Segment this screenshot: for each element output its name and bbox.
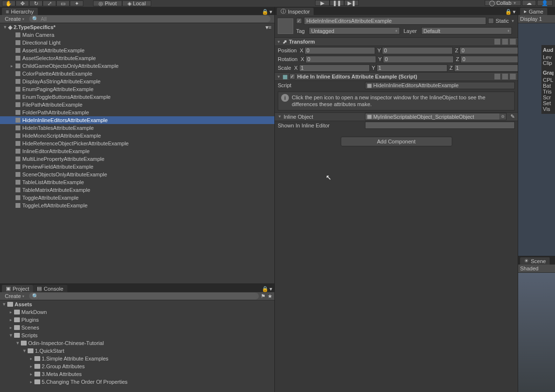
scene-header[interactable]: ▼ ◈ 2.TypeSpecifics* ▾≡: [0, 23, 274, 31]
scale-y[interactable]: [377, 64, 447, 72]
hierarchy-item[interactable]: MultiLinePropertyAttributeExample: [0, 155, 274, 163]
hierarchy-item[interactable]: HideMonoScriptAttributeExample: [0, 132, 274, 140]
hierarchy-search[interactable]: 🔍All: [29, 16, 270, 22]
foldout-icon[interactable]: ▼: [277, 40, 281, 44]
foldout-icon[interactable]: ▸: [9, 310, 13, 314]
foldout-icon[interactable]: ▸: [29, 356, 33, 361]
gear-icon[interactable]: [510, 39, 516, 45]
static-dropdown-icon[interactable]: ▼: [511, 19, 515, 23]
lock-icon[interactable]: 🔒: [505, 9, 512, 15]
filter-icon[interactable]: ⚑: [261, 293, 266, 299]
pause-button[interactable]: ❚❚: [330, 0, 344, 6]
panel-menu-icon[interactable]: ▾: [270, 9, 272, 15]
hierarchy-item[interactable]: EnumPagingAttributeExample: [0, 85, 274, 93]
foldout-icon[interactable]: ▼: [16, 341, 19, 345]
console-tab[interactable]: ▤Console: [33, 285, 67, 292]
help-icon[interactable]: [494, 74, 500, 79]
tag-dropdown[interactable]: Untagged♦: [309, 27, 400, 34]
project-search[interactable]: 🔍: [29, 293, 259, 299]
shown-in-inline-field[interactable]: [365, 122, 515, 129]
rotation-y[interactable]: [383, 56, 454, 63]
rotation-x[interactable]: [305, 56, 376, 63]
rotate-tool[interactable]: ↻: [29, 0, 43, 6]
hierarchy-item[interactable]: AssetListAttributeExample: [0, 47, 274, 54]
scene-tab[interactable]: ☀Scene: [520, 257, 550, 265]
script-component-header[interactable]: ▼ ▦ ✓ Hide In Inline Editors Attribute E…: [275, 72, 518, 81]
rotation-z[interactable]: [460, 56, 518, 63]
project-create-button[interactable]: Create▾: [2, 293, 27, 299]
object-picker-icon[interactable]: ⊙: [499, 113, 506, 120]
hierarchy-item[interactable]: ToggleAttributeExample: [0, 194, 274, 202]
foldout-icon[interactable]: ▸: [29, 372, 33, 376]
lock-icon[interactable]: 🔒: [262, 9, 269, 15]
hierarchy-item[interactable]: EnumToggleButtonsAttributeExample: [0, 93, 274, 101]
pen-icon[interactable]: ✎: [510, 113, 515, 120]
move-tool[interactable]: ✥: [16, 0, 29, 6]
game-tab[interactable]: ▸Game: [520, 8, 547, 15]
foldout-icon[interactable]: ▼: [22, 348, 26, 353]
scale-tool[interactable]: ⤢: [43, 0, 56, 6]
hierarchy-item[interactable]: Main Camera: [0, 31, 274, 39]
display-dropdown[interactable]: Display 1: [520, 16, 542, 22]
rect-tool[interactable]: ▭: [56, 0, 70, 6]
panel-menu-icon[interactable]: ▾: [270, 286, 272, 292]
favorite-icon[interactable]: ★: [268, 293, 272, 299]
hierarchy-item[interactable]: InlineEditorAttributeExample: [0, 147, 274, 155]
transform-tool[interactable]: ✦: [70, 0, 83, 6]
foldout-icon[interactable]: ▸: [29, 364, 33, 369]
project-folder[interactable]: ▸1.Simple Attribute Examples: [0, 355, 274, 362]
component-enabled-checkbox[interactable]: ✓: [289, 74, 295, 79]
hierarchy-create-button[interactable]: Create▾: [2, 16, 27, 22]
scene-menu-icon[interactable]: ▾≡: [266, 24, 271, 31]
hierarchy-tab[interactable]: ≡Hierarchy: [2, 8, 38, 15]
project-folder[interactable]: ▸MarkDown: [0, 308, 274, 316]
active-checkbox[interactable]: ✓: [296, 18, 302, 24]
hierarchy-item[interactable]: HideInTablesAttributeExample: [0, 124, 274, 132]
hierarchy-item[interactable]: AssetSelectorAttributeExample: [0, 54, 274, 62]
panel-menu-icon[interactable]: ▾: [513, 9, 516, 15]
foldout-icon[interactable]: ▼: [278, 114, 282, 119]
project-folder[interactable]: ▸3.Meta Attributes: [0, 370, 274, 378]
foldout-icon[interactable]: ▸: [10, 63, 14, 68]
static-checkbox[interactable]: [488, 18, 494, 24]
scale-z[interactable]: [454, 64, 518, 72]
gear-icon[interactable]: [510, 74, 516, 79]
hierarchy-item[interactable]: ToggleLeftAttributeExample: [0, 202, 274, 209]
hierarchy-item[interactable]: TableMatrixAttributeExample: [0, 186, 274, 194]
project-folder[interactable]: ▼Odin-Inspector-Chinese-Tutorial: [0, 339, 274, 347]
account-button[interactable]: 👤: [537, 0, 553, 6]
scale-x[interactable]: [299, 64, 370, 72]
hierarchy-item[interactable]: ColorPaletteAttributeExample: [0, 70, 274, 78]
hierarchy-item[interactable]: DisplayAsStringAttributeExample: [0, 78, 274, 85]
layer-dropdown[interactable]: Default♦: [421, 27, 512, 34]
preset-icon[interactable]: [502, 39, 508, 45]
foldout-icon[interactable]: ▸: [9, 325, 13, 330]
inline-object-field[interactable]: ▦MyInlineScriptableObject_ScriptableObje…: [365, 113, 507, 120]
hierarchy-item[interactable]: HideInInlineEditorsAttributeExample: [0, 116, 274, 124]
shaded-dropdown[interactable]: Shaded: [520, 266, 539, 271]
hierarchy-item[interactable]: TableListAttributeExample: [0, 178, 274, 186]
hierarchy-item[interactable]: FilePathAttributeExample: [0, 101, 274, 109]
gameobject-name-input[interactable]: [304, 17, 486, 25]
hierarchy-item[interactable]: PreviewFieldAttributeExample: [0, 163, 274, 171]
preset-icon[interactable]: [502, 74, 508, 79]
position-y[interactable]: [382, 47, 453, 54]
foldout-icon[interactable]: ▼: [9, 333, 13, 338]
step-button[interactable]: ▶❚: [344, 0, 359, 6]
project-folder[interactable]: ▸5.Changing The Order Of Properties: [0, 378, 274, 386]
hierarchy-item[interactable]: ▸ChildGameObjectsOnlyAttributeExample: [0, 62, 274, 70]
foldout-icon[interactable]: ▼: [2, 302, 6, 307]
add-component-button[interactable]: Add Component: [341, 137, 452, 146]
project-tab[interactable]: ▣Project: [2, 285, 33, 292]
project-folder[interactable]: ▸Plugins: [0, 316, 274, 324]
hierarchy-item[interactable]: HideReferenceObjectPickerAttributeExampl…: [0, 140, 274, 147]
foldout-icon[interactable]: ▼: [277, 75, 281, 79]
hierarchy-item[interactable]: Directional Light: [0, 39, 274, 47]
pivot-toggle[interactable]: ◎Pivot: [93, 0, 122, 6]
hand-tool[interactable]: ✋: [2, 0, 16, 6]
project-folder[interactable]: ▼1.QuickStart: [0, 347, 274, 355]
transform-header[interactable]: ▼ ⬈ Transform: [275, 37, 518, 46]
cloud-button[interactable]: ☁: [522, 0, 536, 6]
inspector-tab[interactable]: ⓘInspector: [277, 8, 314, 15]
play-button[interactable]: ▶: [315, 0, 330, 6]
